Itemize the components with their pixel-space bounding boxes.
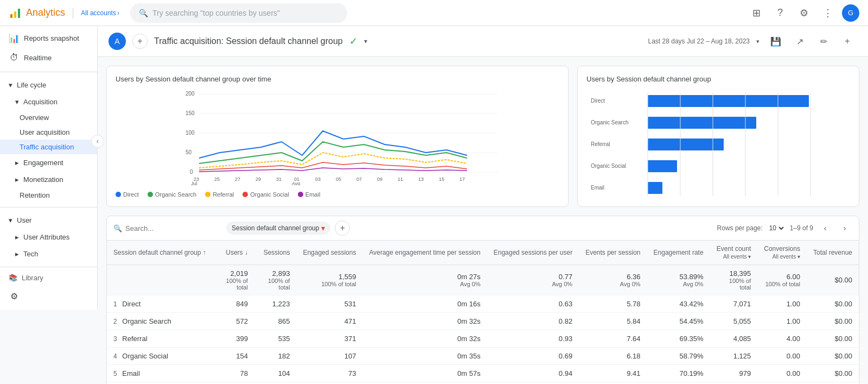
charts-area: Users by Session default channel group o…: [98, 57, 868, 216]
svg-text:07: 07: [356, 177, 362, 182]
sidebar-label-engagement: Engagement: [23, 159, 63, 167]
svg-rect-0: [10, 14, 12, 18]
table-row: 3 Referral 399 535 371 0m 32s 0.93 7.64 …: [107, 330, 859, 348]
sidebar-header-engagement[interactable]: ▸ Engagement: [0, 154, 97, 171]
sidebar-item-overview[interactable]: Overview: [0, 110, 97, 125]
cell-sessions: 104: [254, 365, 296, 382]
monetization-expand-icon: ▸: [15, 175, 19, 184]
sidebar-footer-library[interactable]: 📚 Library: [0, 269, 97, 286]
report-status-check-icon: ✓: [349, 35, 358, 47]
cell-sessions: 1,223: [254, 295, 296, 313]
cell-engagement-rate: 30%: [647, 382, 710, 385]
prev-page-btn[interactable]: ‹: [818, 221, 833, 236]
user-expand-icon: ▾: [9, 216, 12, 224]
sidebar-header-user[interactable]: ▾ User: [0, 212, 97, 229]
svg-text:150: 150: [186, 110, 195, 116]
conversions-filter-icon[interactable]: ▾: [797, 254, 800, 260]
col-header-conversions[interactable]: Conversions All events ▾: [757, 241, 807, 265]
sidebar-label-traffic-acquisition: Traffic acquisition: [20, 143, 74, 151]
cell-engagement-rate: 54.45%: [647, 313, 710, 330]
title-divider: |: [72, 7, 74, 19]
sidebar-item-reports-snapshot[interactable]: 📊 Reports snapshot: [0, 28, 97, 48]
row-number: 2: [113, 318, 117, 325]
add-dimension-btn[interactable]: +: [335, 221, 350, 236]
date-range-dropdown[interactable]: ▾: [756, 38, 760, 45]
global-search-bar[interactable]: 🔍 Try searching "top countries by users": [130, 3, 347, 23]
svg-text:05: 05: [336, 177, 341, 182]
cell-engaged-sessions: 531: [296, 295, 362, 313]
table-search-input[interactable]: [125, 224, 222, 232]
col-header-engaged-per-user[interactable]: Engaged sessions per user: [487, 241, 579, 265]
col-header-events-per-session[interactable]: Events per session: [579, 241, 647, 265]
more-vert-icon-btn[interactable]: ⋮: [818, 3, 838, 23]
help-icon-btn[interactable]: ?: [770, 3, 790, 23]
table-row: 1 Direct 849 1,223 531 0m 16s 0.63 5.78 …: [107, 295, 859, 313]
sidebar-header-tech[interactable]: ▸ Tech: [0, 245, 97, 262]
col-header-users[interactable]: Users ↓: [215, 241, 254, 265]
cell-dimension-value: Referral: [122, 335, 147, 343]
sidebar-header-acquisition[interactable]: ▾ Acquisition: [0, 93, 97, 110]
sidebar-label-user-acquisition: User acquisition: [20, 128, 70, 136]
sidebar-item-retention[interactable]: Retention: [0, 188, 97, 203]
total-avg-engagement: 0m 27s Avg 0%: [362, 265, 487, 295]
col-header-avg-engagement[interactable]: Average engagement time per session: [362, 241, 487, 265]
cell-total-revenue: $0.00: [807, 365, 859, 382]
report-status-dropdown[interactable]: ▾: [364, 37, 367, 45]
total-engaged-sessions: 1,559 100% of total: [296, 265, 362, 295]
col-header-event-count[interactable]: Event count All events ▾: [710, 241, 758, 265]
table-row: 5 Email 78 104 73 0m 57s 0.94 9.41 70.19…: [107, 365, 859, 382]
add-comparison-icon[interactable]: +: [132, 34, 148, 49]
svg-text:50: 50: [186, 149, 192, 155]
collapse-sidebar-btn[interactable]: ‹: [91, 135, 104, 148]
main-layout: 📊 Reports snapshot ⏱ Realtime ▾ Life cyc…: [0, 26, 868, 384]
col-header-total-revenue[interactable]: Total revenue: [807, 241, 859, 265]
table-row: 4 Organic Social 154 182 107 0m 35s 0.69…: [107, 348, 859, 365]
sidebar-header-monetization[interactable]: ▸ Monetization: [0, 171, 97, 188]
row-number: 5: [113, 370, 117, 377]
save-report-icon-btn[interactable]: 💾: [766, 32, 786, 51]
report-title: Traffic acquisition: Session default cha…: [154, 36, 343, 46]
col-header-sessions[interactable]: Sessions: [254, 241, 296, 265]
next-page-btn[interactable]: ›: [837, 221, 852, 236]
legend-organic-search: Organic Search: [148, 191, 196, 198]
table-area: 🔍 Session default channel group ▾ + Rows…: [98, 216, 868, 384]
data-table: Session default channel group ↑ Users ↓ …: [107, 241, 859, 384]
sidebar-label-monetization: Monetization: [23, 175, 63, 184]
legend-label-referral: Referral: [213, 191, 234, 198]
grid-icon-btn[interactable]: ⊞: [746, 3, 766, 23]
svg-rect-2: [18, 9, 20, 18]
event-count-filter-icon[interactable]: ▾: [748, 254, 751, 260]
all-accounts-link[interactable]: All accounts ›: [81, 9, 119, 17]
sidebar-header-lifecycle[interactable]: ▾ Life cycle: [0, 77, 97, 93]
bar-chart-svg: Direct Organic Search Referral Organic S…: [586, 87, 850, 196]
col-header-engagement-rate[interactable]: Engagement rate: [647, 241, 710, 265]
bar-organic-social: [648, 160, 677, 172]
svg-text:Direct: Direct: [591, 98, 605, 104]
share-report-icon-btn[interactable]: ↗: [790, 32, 809, 51]
cell-engaged-per-user: 0.93: [487, 330, 579, 348]
user-avatar[interactable]: G: [842, 4, 859, 22]
cell-avg-engagement: 0m 32s: [362, 313, 487, 330]
cell-engaged-per-user: 0.63: [487, 295, 579, 313]
sidebar-item-settings[interactable]: ⚙: [0, 286, 97, 306]
sidebar-item-realtime[interactable]: ⏱ Realtime: [0, 48, 97, 67]
total-event-count: 18,395 100% of total: [710, 265, 758, 295]
row-number: 1: [113, 300, 117, 308]
sidebar-item-user-acquisition[interactable]: User acquisition: [0, 125, 97, 140]
settings-icon-btn[interactable]: ⚙: [794, 3, 814, 23]
rows-per-page-select[interactable]: 10 25 50: [767, 224, 786, 232]
add-to-dashboard-icon-btn[interactable]: +: [838, 32, 857, 51]
cell-event-count: 7,071: [710, 295, 758, 313]
edit-report-icon-btn[interactable]: ✏: [814, 32, 833, 51]
cell-engaged-sessions: 471: [296, 313, 362, 330]
col-header-engaged-sessions[interactable]: Engaged sessions: [296, 241, 362, 265]
sidebar-header-user-attributes[interactable]: ▸ User Attributes: [0, 229, 97, 245]
dimension-chip[interactable]: Session default channel group ▾: [226, 222, 330, 235]
col-header-dimension[interactable]: Session default channel group ↑: [107, 241, 215, 265]
table-row: 6 Organic Video 9 10 3 1m 15s 0.33 3.50 …: [107, 382, 859, 385]
table-body: 1 Direct 849 1,223 531 0m 16s 0.63 5.78 …: [107, 295, 859, 385]
cell-total-revenue: $0.00: [807, 295, 859, 313]
library-icon: 📚: [9, 274, 17, 282]
sidebar-item-traffic-acquisition[interactable]: Traffic acquisition: [0, 140, 97, 154]
cell-dimension-value: Email: [122, 369, 140, 377]
